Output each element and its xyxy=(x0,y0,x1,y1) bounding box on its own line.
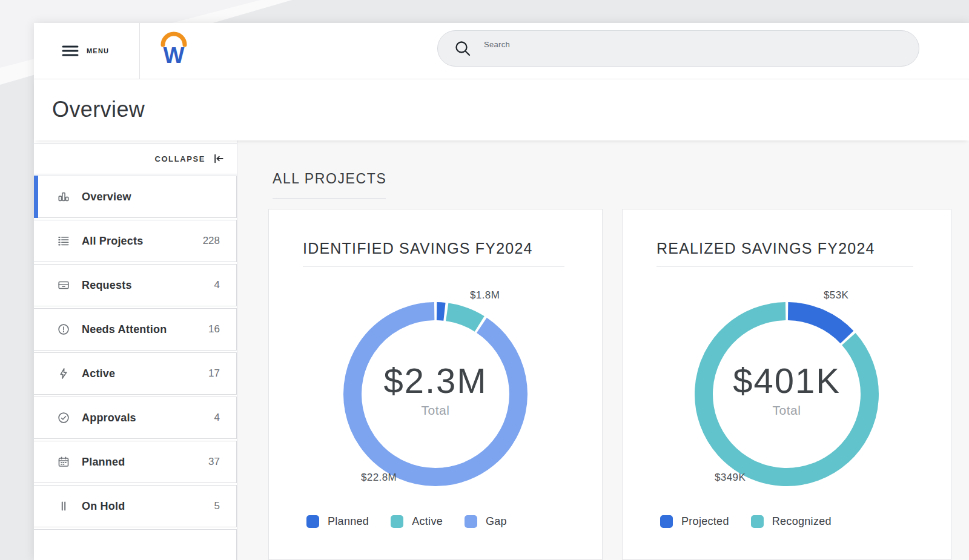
logo-letter: W xyxy=(164,43,185,68)
slice-callout: $22.8M xyxy=(361,472,397,484)
legend-label: Recognized xyxy=(772,515,832,528)
legend-swatch xyxy=(660,515,673,528)
sidebar-item-approvals[interactable]: Approvals4 xyxy=(34,397,237,439)
donut-slice-gap[interactable] xyxy=(339,297,532,491)
legend-swatch xyxy=(391,515,403,528)
identified-savings-card: IDENTIFIED SAVINGS FY2024 $2.3M Total Pl… xyxy=(268,209,603,560)
search-input[interactable] xyxy=(483,39,919,50)
sidebar-item-label: Planned xyxy=(82,456,125,469)
donut-slice-recognized[interactable] xyxy=(690,297,884,491)
menu-button[interactable]: MENU xyxy=(62,23,109,79)
legend-swatch xyxy=(306,515,319,528)
sidebar-item-label: Overview xyxy=(82,191,131,203)
donut-chart: $401K Total xyxy=(690,297,884,491)
sidebar-item-active[interactable]: Active17 xyxy=(34,352,237,395)
legend-label: Planned xyxy=(328,515,369,528)
hamburger-icon xyxy=(62,44,79,58)
sidebar-item-count: 4 xyxy=(214,412,236,424)
legend-label: Gap xyxy=(486,515,507,528)
sidebar-item-label: On Hold xyxy=(82,500,125,513)
sidebar-item-label: Approvals xyxy=(82,412,136,424)
calendar-icon xyxy=(57,455,70,469)
chart-legend: PlannedActiveGap xyxy=(306,515,507,528)
legend-item-recognized: Recognized xyxy=(751,515,832,528)
card-title: REALIZED SAVINGS FY2024 xyxy=(656,240,875,257)
pause-icon xyxy=(57,499,70,513)
legend-label: Active xyxy=(412,515,443,528)
donut-slice-active[interactable] xyxy=(342,300,529,488)
top-bar: MENU W xyxy=(34,23,969,79)
sidebar-nav: OverviewAll Projects228Requests4Needs At… xyxy=(34,176,237,527)
section-title: ALL PROJECTS xyxy=(273,171,386,187)
check-circle-icon xyxy=(57,411,70,424)
app-window: MENU W Overview xyxy=(34,23,969,560)
sidebar-item-needs-attention[interactable]: Needs Attention16 xyxy=(34,308,237,351)
alert-circle-icon xyxy=(57,323,70,336)
legend-item-active: Active xyxy=(391,515,443,528)
sidebar-item-partial xyxy=(34,529,237,560)
inbox-tray-icon xyxy=(57,278,70,292)
legend-item-gap: Gap xyxy=(465,515,507,528)
menu-label: MENU xyxy=(87,47,109,54)
workday-logo[interactable]: W xyxy=(159,30,188,69)
card-title: IDENTIFIED SAVINGS FY2024 xyxy=(303,240,533,257)
legend-swatch xyxy=(751,515,764,528)
sidebar-item-count: 228 xyxy=(203,235,236,247)
page-title: Overview xyxy=(34,79,969,140)
legend-item-planned: Planned xyxy=(306,515,369,528)
legend-swatch xyxy=(465,515,477,528)
slice-callout: $349K xyxy=(715,472,746,484)
collapse-button[interactable]: COLLAPSE xyxy=(34,143,237,174)
search-bar[interactable] xyxy=(437,30,919,67)
sidebar-item-requests[interactable]: Requests4 xyxy=(34,264,237,306)
sidebar-item-all-projects[interactable]: All Projects228 xyxy=(34,220,237,262)
bar-chart-icon xyxy=(57,190,70,203)
sidebar-item-overview[interactable]: Overview xyxy=(34,176,237,218)
sidebar-item-count: 37 xyxy=(208,456,236,468)
main-pane: ALL PROJECTS IDENTIFIED SAVINGS FY2024 $… xyxy=(237,140,969,560)
legend-item-projected: Projected xyxy=(660,515,729,528)
sidebar-item-label: Needs Attention xyxy=(82,323,167,336)
sidebar-item-count: 16 xyxy=(208,323,236,335)
sidebar-item-count: 17 xyxy=(208,367,236,380)
donut-chart: $2.3M Total xyxy=(339,297,532,491)
top-bar-divider xyxy=(139,23,140,79)
legend-label: Projected xyxy=(681,515,729,528)
sidebar-item-label: Active xyxy=(82,367,115,380)
sidebar-item-planned[interactable]: Planned37 xyxy=(34,441,237,483)
collapse-icon xyxy=(213,153,225,165)
slice-callout: $53K xyxy=(824,289,848,301)
card-title-underline xyxy=(303,266,564,267)
slice-callout: $1.8M xyxy=(470,289,500,301)
sidebar-item-label: All Projects xyxy=(82,235,143,248)
card-title-underline xyxy=(656,266,913,267)
lightning-bolt-icon xyxy=(57,367,70,380)
page-title-band: Overview xyxy=(34,79,969,140)
content-area: COLLAPSE OverviewAll Projects228Requests… xyxy=(34,140,969,560)
realized-savings-card: REALIZED SAVINGS FY2024 $401K Total Proj… xyxy=(622,209,951,560)
section-title-underline xyxy=(273,198,386,199)
sidebar-item-label: Requests xyxy=(82,279,132,292)
sidebar-item-on-hold[interactable]: On Hold5 xyxy=(34,485,237,527)
list-icon xyxy=(57,234,70,248)
search-icon xyxy=(454,39,472,58)
collapse-label: COLLAPSE xyxy=(154,154,205,163)
screen: MENU W Overview xyxy=(0,0,969,560)
sidebar: COLLAPSE OverviewAll Projects228Requests… xyxy=(34,140,237,560)
chart-legend: ProjectedRecognized xyxy=(660,515,832,528)
sidebar-item-count: 4 xyxy=(214,279,236,291)
sidebar-item-count: 5 xyxy=(214,500,236,512)
